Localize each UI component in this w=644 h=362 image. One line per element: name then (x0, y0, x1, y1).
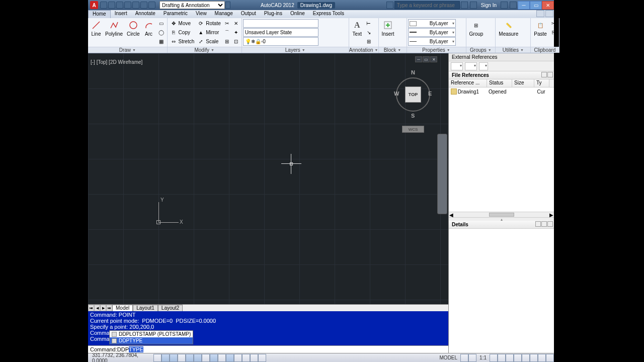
qat-new-icon[interactable] (100, 2, 107, 9)
layer-state-combo[interactable]: Unsaved Layer State (243, 28, 318, 37)
mirror-button[interactable]: ▲Mirror (196, 28, 222, 37)
layer-iso-icon[interactable] (320, 28, 330, 37)
status-qp-icon[interactable] (250, 354, 258, 362)
close-button[interactable]: ✕ (542, 1, 554, 10)
qat-save-icon[interactable] (116, 2, 123, 9)
xref-refresh-icon[interactable] (465, 62, 477, 70)
text-button[interactable]: AText (350, 19, 364, 38)
tab-annotate[interactable]: Annotate (131, 10, 159, 18)
prop-palette-icon[interactable] (456, 37, 465, 46)
layer-match-icon[interactable] (330, 19, 339, 28)
status-infer-icon[interactable] (153, 354, 162, 362)
autocomplete-item[interactable]: DDPLOTSTAMP (PLOTSTAMP) (110, 331, 193, 337)
create-block-icon[interactable] (396, 19, 406, 28)
status-sc-icon[interactable] (258, 354, 266, 362)
status-otrack-icon[interactable] (210, 354, 218, 362)
compass-n[interactable]: N (411, 69, 415, 75)
layout-nav-first-icon[interactable]: ⏮ (88, 305, 94, 311)
scale-button[interactable]: ⤢Scale (196, 37, 222, 46)
fillet-icon[interactable]: ⌒ (222, 28, 231, 37)
ellipse-icon[interactable]: ◯ (157, 28, 166, 37)
compass-w[interactable]: W (394, 90, 399, 97)
xref-help-icon[interactable] (479, 62, 488, 70)
table-icon[interactable]: ⊞ (364, 37, 373, 46)
help-search-input[interactable] (394, 1, 460, 9)
line-button[interactable]: Line (89, 19, 103, 38)
tab-view[interactable]: View (192, 10, 211, 18)
qat-redo-icon[interactable] (132, 2, 139, 9)
ungroup-icon[interactable] (485, 19, 494, 28)
maximize-button[interactable]: ▭ (530, 1, 542, 10)
status-dyn-icon[interactable] (226, 354, 234, 362)
qat-plot-icon[interactable] (148, 2, 155, 9)
col-status[interactable]: Status (487, 79, 512, 87)
xref-list[interactable]: Drawing1 Opened Cur (449, 87, 554, 212)
status-ducs-icon[interactable] (218, 354, 226, 362)
panel-utilities-label[interactable]: Utilities▼ (496, 47, 530, 53)
erase-icon[interactable]: ✕ (231, 19, 240, 28)
panel-groups-label[interactable]: Groups▼ (466, 47, 496, 53)
layer-prop-icon[interactable] (320, 19, 330, 28)
navigation-bar[interactable] (437, 134, 447, 214)
col-name[interactable]: Reference ... (449, 79, 487, 87)
layout-nav-next-icon[interactable]: ▶ (100, 305, 106, 311)
layout-nav-prev-icon[interactable]: ◀ (94, 305, 100, 311)
command-history[interactable]: Command: POINT Current point mode: PDMOD… (88, 311, 448, 345)
layer-uniso-icon[interactable] (339, 28, 348, 37)
polyline-button[interactable]: Polyline (103, 19, 125, 38)
xref-attach-icon[interactable] (451, 62, 463, 70)
status-coords[interactable]: 331.7732, 236.7804, 0.0000 (88, 352, 153, 363)
status-ortho-icon[interactable] (178, 354, 186, 362)
status-polar-icon[interactable] (186, 354, 194, 362)
tab-online[interactable]: Online (286, 10, 309, 18)
panel-block-label[interactable]: Block▼ (379, 47, 407, 53)
details-preview-icon[interactable] (541, 221, 547, 227)
status-lock-icon[interactable] (468, 354, 476, 362)
status-clean-screen-icon[interactable] (546, 354, 554, 362)
tab-insert[interactable]: Insert (111, 10, 131, 18)
prop-list-icon[interactable] (456, 28, 465, 37)
tab-home[interactable]: Home (88, 10, 111, 18)
details-collapse-icon[interactable] (547, 221, 553, 227)
match-prop-icon[interactable] (456, 19, 465, 28)
qat-print-icon[interactable] (140, 2, 147, 9)
copy-clip-icon[interactable]: ⎘ (549, 28, 558, 37)
layer-prev-icon[interactable] (330, 28, 339, 37)
col-type[interactable]: Ty (534, 79, 549, 87)
block-attr-icon[interactable] (396, 37, 406, 46)
qat-undo-icon[interactable] (124, 2, 131, 9)
select-all-icon[interactable] (520, 19, 529, 28)
status-workspace-icon[interactable] (460, 354, 468, 362)
status-snap-icon[interactable] (162, 354, 170, 362)
status-scale[interactable]: 1:1 (476, 355, 490, 360)
linetype-combo[interactable]: ByLayer (408, 37, 456, 46)
status-lwt-icon[interactable] (234, 354, 242, 362)
copy-button[interactable]: ⎘Copy (169, 28, 196, 37)
status-autoscale-icon[interactable] (506, 354, 514, 362)
trim-icon[interactable]: ✂ (222, 19, 231, 28)
viewcube-face[interactable]: TOP (405, 86, 421, 103)
layer-current-combo[interactable]: 💡❄🔒▫ 0 (243, 37, 318, 46)
leader-icon[interactable]: ↘ (364, 28, 373, 37)
ribbon-extra-button[interactable] (536, 10, 544, 17)
viewport-close-icon[interactable]: ✕ (430, 56, 437, 62)
arc-button[interactable]: Arc (142, 19, 156, 38)
workspace-selector[interactable]: Drafting & Annotation (159, 1, 225, 9)
workspace-dropdown-icon[interactable] (225, 2, 230, 9)
tab-output[interactable]: Output (237, 10, 260, 18)
tab-model[interactable]: Model (112, 305, 133, 311)
signin-avatar-icon[interactable] (470, 2, 477, 9)
help-icon[interactable] (510, 2, 517, 9)
col-size[interactable]: Size (512, 79, 534, 87)
scroll-arrow-right-icon[interactable]: ▶ (549, 212, 554, 218)
rotate-button[interactable]: ⟳Rotate (196, 19, 222, 28)
search-go-icon[interactable] (461, 2, 468, 9)
drawing-area[interactable]: ─ ▭ ✕ N S W E TOP WCS Y (88, 53, 448, 353)
insert-button[interactable]: Insert (380, 19, 396, 38)
exchange-icon[interactable] (501, 2, 508, 9)
layer-freeze-icon[interactable] (320, 37, 330, 46)
array-icon[interactable]: ⊞ (222, 37, 231, 46)
layer-off-icon[interactable] (330, 37, 339, 46)
dimension-icon[interactable]: ⊢ (364, 19, 373, 28)
tab-layout2[interactable]: Layout2 (158, 305, 183, 311)
